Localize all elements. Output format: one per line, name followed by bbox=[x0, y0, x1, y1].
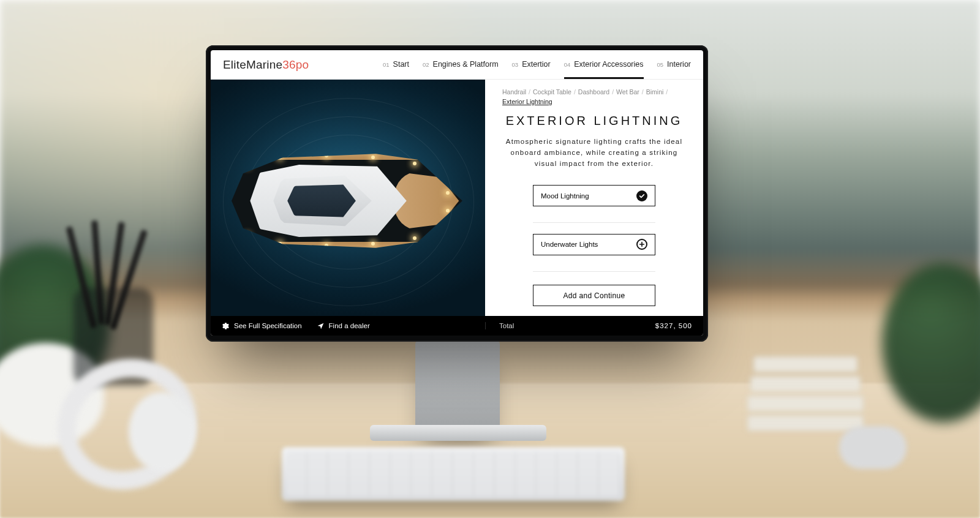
brand-name: EliteMarine bbox=[223, 58, 282, 71]
breadcrumb-item-current[interactable]: Exterior Lightning bbox=[502, 98, 552, 105]
total-amount: $327, 500 bbox=[655, 322, 692, 329]
brand-model: 36po bbox=[282, 58, 309, 71]
breadcrumb: Handrail/ Cockpit Table/ Dashboard/ Wet … bbox=[502, 88, 686, 105]
tab-label: Engines & Platform bbox=[433, 60, 499, 69]
cta-label: Add and Continue bbox=[564, 291, 625, 300]
footer-link-label: Find a dealer bbox=[329, 322, 370, 329]
tab-number: 02 bbox=[423, 61, 429, 68]
option-label: Mood Lightning bbox=[541, 192, 589, 200]
step-tabs: 01 Start 02 Engines & Platform 03 Extert… bbox=[383, 50, 691, 79]
location-arrow-icon bbox=[317, 322, 325, 330]
product-visualizer[interactable] bbox=[211, 80, 485, 316]
tab-label: Interior bbox=[667, 60, 691, 69]
tab-exterior-accessories[interactable]: 04 Exterior Accessories bbox=[564, 50, 644, 79]
total-label: Total bbox=[499, 322, 514, 329]
footer-bar: See Full Specification Find a dealer Tot… bbox=[211, 316, 703, 336]
footer-link-label: See Full Specification bbox=[234, 322, 302, 329]
tab-number: 04 bbox=[564, 61, 571, 68]
breadcrumb-item[interactable]: Wet Bar bbox=[616, 88, 639, 96]
tab-label: Start bbox=[393, 60, 409, 69]
breadcrumb-item[interactable]: Dashboard bbox=[578, 88, 609, 96]
options-panel: Handrail/ Cockpit Table/ Dashboard/ Wet … bbox=[485, 80, 703, 316]
footer-right: Total $327, 500 bbox=[485, 322, 703, 329]
main: Handrail/ Cockpit Table/ Dashboard/ Wet … bbox=[211, 80, 703, 316]
check-icon bbox=[636, 190, 647, 201]
option-mood-lightning[interactable]: Mood Lightning bbox=[533, 185, 655, 206]
option-underwater-lights[interactable]: Underwater Lights bbox=[533, 234, 655, 255]
tab-number: 01 bbox=[383, 61, 390, 68]
brand[interactable]: EliteMarine36po bbox=[223, 58, 309, 72]
breadcrumb-item[interactable]: Handrail bbox=[502, 88, 526, 96]
gear-icon bbox=[222, 322, 230, 330]
tab-engines-platform[interactable]: 02 Engines & Platform bbox=[423, 50, 499, 79]
tab-start[interactable]: 01 Start bbox=[383, 50, 409, 79]
breadcrumb-item[interactable]: Bimini bbox=[646, 88, 664, 96]
breadcrumb-item[interactable]: Cockpit Table bbox=[533, 88, 571, 96]
header: EliteMarine36po 01 Start 02 Engines & Pl… bbox=[211, 50, 703, 80]
tab-number: 05 bbox=[657, 61, 664, 68]
see-full-specification-link[interactable]: See Full Specification bbox=[222, 322, 302, 330]
divider bbox=[533, 271, 655, 272]
tab-interior[interactable]: 05 Interior bbox=[657, 50, 691, 79]
app-screen: EliteMarine36po 01 Start 02 Engines & Pl… bbox=[211, 50, 703, 336]
find-a-dealer-link[interactable]: Find a dealer bbox=[317, 322, 370, 330]
divider bbox=[533, 222, 655, 223]
plus-icon bbox=[636, 239, 647, 250]
tab-exterior[interactable]: 03 Extertior bbox=[512, 50, 551, 79]
section-title: EXTERIOR LIGHTNING bbox=[506, 114, 683, 128]
option-label: Underwater Lights bbox=[541, 241, 598, 248]
yacht-top-view bbox=[232, 152, 464, 250]
section-description: Atmospheric signature lighting crafts th… bbox=[502, 137, 686, 169]
footer-left: See Full Specification Find a dealer bbox=[211, 322, 485, 330]
add-and-continue-button[interactable]: Add and Continue bbox=[533, 285, 655, 306]
monitor-frame: EliteMarine36po 01 Start 02 Engines & Pl… bbox=[206, 45, 708, 342]
tab-number: 03 bbox=[512, 61, 519, 68]
tab-label: Extertior bbox=[522, 60, 551, 69]
tab-label: Exterior Accessories bbox=[574, 60, 643, 69]
